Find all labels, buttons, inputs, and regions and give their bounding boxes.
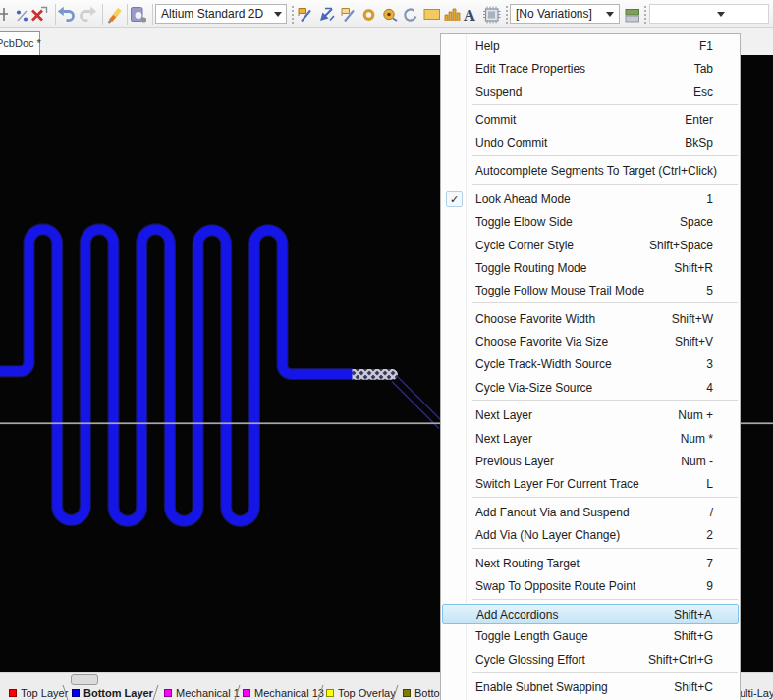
svg-text:A: A [464, 6, 476, 25]
